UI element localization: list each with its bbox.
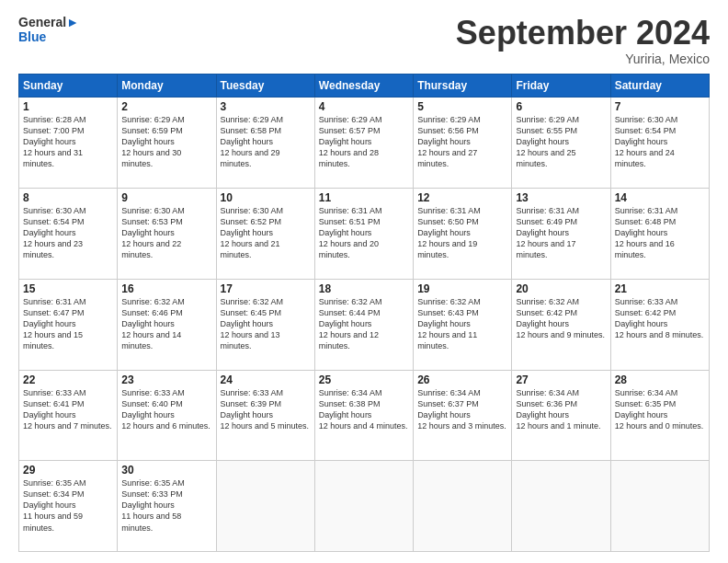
calendar-week-4: 22 Sunrise: 6:33 AMSunset: 6:41 PMDaylig… bbox=[19, 370, 710, 460]
day-number: 2 bbox=[121, 100, 211, 113]
page: General► Blue September 2024 Yuriria, Me… bbox=[0, 0, 728, 563]
calendar-cell: 6 Sunrise: 6:29 AMSunset: 6:55 PMDayligh… bbox=[512, 97, 610, 188]
calendar-cell bbox=[512, 460, 610, 551]
calendar-cell: 28 Sunrise: 6:34 AMSunset: 6:35 PMDaylig… bbox=[610, 370, 709, 460]
day-info: Sunrise: 6:32 AMSunset: 6:44 PMDaylight … bbox=[319, 296, 409, 352]
day-info: Sunrise: 6:31 AMSunset: 6:50 PMDaylight … bbox=[417, 205, 507, 261]
day-info: Sunrise: 6:31 AMSunset: 6:51 PMDaylight … bbox=[319, 205, 409, 261]
col-sunday: Sunday bbox=[19, 74, 118, 97]
day-number: 21 bbox=[615, 282, 705, 295]
col-friday: Friday bbox=[512, 74, 610, 97]
day-info: Sunrise: 6:33 AMSunset: 6:41 PMDaylight … bbox=[23, 387, 113, 432]
day-info: Sunrise: 6:30 AMSunset: 6:54 PMDaylight … bbox=[23, 205, 113, 261]
day-number: 19 bbox=[417, 282, 507, 295]
day-info: Sunrise: 6:33 AMSunset: 6:42 PMDaylight … bbox=[615, 296, 705, 341]
calendar-cell: 27 Sunrise: 6:34 AMSunset: 6:36 PMDaylig… bbox=[512, 370, 610, 460]
calendar-week-5: 29 Sunrise: 6:35 AMSunset: 6:34 PMDaylig… bbox=[19, 460, 710, 551]
calendar-week-1: 1 Sunrise: 6:28 AMSunset: 7:00 PMDayligh… bbox=[19, 97, 710, 188]
day-number: 10 bbox=[221, 191, 311, 204]
calendar-cell: 26 Sunrise: 6:34 AMSunset: 6:37 PMDaylig… bbox=[414, 370, 512, 460]
calendar-cell: 18 Sunrise: 6:32 AMSunset: 6:44 PMDaylig… bbox=[314, 279, 413, 370]
calendar-cell: 5 Sunrise: 6:29 AMSunset: 6:56 PMDayligh… bbox=[414, 97, 512, 188]
day-info: Sunrise: 6:33 AMSunset: 6:39 PMDaylight … bbox=[221, 387, 311, 432]
calendar-cell: 30 Sunrise: 6:35 AMSunset: 6:33 PMDaylig… bbox=[118, 460, 216, 551]
day-number: 7 bbox=[615, 100, 705, 113]
calendar-cell: 7 Sunrise: 6:30 AMSunset: 6:54 PMDayligh… bbox=[610, 97, 709, 188]
location: Yuriria, Mexico bbox=[456, 52, 710, 66]
day-number: 20 bbox=[516, 282, 606, 295]
header: General► Blue September 2024 Yuriria, Me… bbox=[18, 15, 710, 66]
calendar-cell: 8 Sunrise: 6:30 AMSunset: 6:54 PMDayligh… bbox=[19, 188, 118, 279]
col-monday: Monday bbox=[118, 74, 216, 97]
day-number: 28 bbox=[615, 373, 705, 386]
day-number: 11 bbox=[319, 191, 409, 204]
calendar-cell bbox=[610, 460, 709, 551]
day-info: Sunrise: 6:34 AMSunset: 6:37 PMDaylight … bbox=[417, 387, 507, 432]
calendar-cell bbox=[314, 460, 413, 551]
day-info: Sunrise: 6:31 AMSunset: 6:49 PMDaylight … bbox=[516, 205, 606, 261]
calendar-cell: 23 Sunrise: 6:33 AMSunset: 6:40 PMDaylig… bbox=[118, 370, 216, 460]
calendar-cell: 24 Sunrise: 6:33 AMSunset: 6:39 PMDaylig… bbox=[216, 370, 314, 460]
day-number: 13 bbox=[516, 191, 606, 204]
day-number: 26 bbox=[417, 373, 507, 386]
day-info: Sunrise: 6:29 AMSunset: 6:57 PMDaylight … bbox=[319, 114, 409, 170]
day-number: 30 bbox=[121, 464, 211, 477]
day-number: 4 bbox=[319, 100, 409, 113]
day-number: 8 bbox=[23, 191, 113, 204]
calendar-cell: 4 Sunrise: 6:29 AMSunset: 6:57 PMDayligh… bbox=[314, 97, 413, 188]
day-info: Sunrise: 6:30 AMSunset: 6:53 PMDaylight … bbox=[121, 205, 211, 261]
day-number: 17 bbox=[221, 282, 311, 295]
day-number: 6 bbox=[516, 100, 606, 113]
day-info: Sunrise: 6:29 AMSunset: 6:58 PMDaylight … bbox=[221, 114, 311, 170]
day-number: 3 bbox=[221, 100, 311, 113]
day-number: 15 bbox=[23, 282, 113, 295]
day-info: Sunrise: 6:34 AMSunset: 6:35 PMDaylight … bbox=[615, 387, 705, 432]
col-tuesday: Tuesday bbox=[216, 74, 314, 97]
calendar-cell bbox=[414, 460, 512, 551]
day-number: 14 bbox=[615, 191, 705, 204]
calendar-cell: 12 Sunrise: 6:31 AMSunset: 6:50 PMDaylig… bbox=[414, 188, 512, 279]
calendar-cell: 14 Sunrise: 6:31 AMSunset: 6:48 PMDaylig… bbox=[610, 188, 709, 279]
day-info: Sunrise: 6:29 AMSunset: 6:56 PMDaylight … bbox=[417, 114, 507, 170]
day-info: Sunrise: 6:35 AMSunset: 6:33 PMDaylight … bbox=[121, 477, 211, 534]
col-wednesday: Wednesday bbox=[314, 74, 413, 97]
calendar-cell bbox=[216, 460, 314, 551]
calendar-cell: 21 Sunrise: 6:33 AMSunset: 6:42 PMDaylig… bbox=[610, 279, 709, 370]
day-info: Sunrise: 6:32 AMSunset: 6:42 PMDaylight … bbox=[516, 296, 606, 341]
day-info: Sunrise: 6:33 AMSunset: 6:40 PMDaylight … bbox=[121, 387, 211, 432]
calendar-cell: 1 Sunrise: 6:28 AMSunset: 7:00 PMDayligh… bbox=[19, 97, 118, 188]
calendar-cell: 16 Sunrise: 6:32 AMSunset: 6:46 PMDaylig… bbox=[118, 279, 216, 370]
header-row: Sunday Monday Tuesday Wednesday Thursday… bbox=[19, 74, 710, 97]
day-info: Sunrise: 6:29 AMSunset: 6:55 PMDaylight … bbox=[516, 114, 606, 170]
calendar-cell: 3 Sunrise: 6:29 AMSunset: 6:58 PMDayligh… bbox=[216, 97, 314, 188]
day-number: 29 bbox=[23, 464, 113, 477]
calendar-cell: 19 Sunrise: 6:32 AMSunset: 6:43 PMDaylig… bbox=[414, 279, 512, 370]
day-info: Sunrise: 6:30 AMSunset: 6:52 PMDaylight … bbox=[221, 205, 311, 261]
day-info: Sunrise: 6:34 AMSunset: 6:38 PMDaylight … bbox=[319, 387, 409, 432]
calendar-week-3: 15 Sunrise: 6:31 AMSunset: 6:47 PMDaylig… bbox=[19, 279, 710, 370]
calendar-cell: 11 Sunrise: 6:31 AMSunset: 6:51 PMDaylig… bbox=[314, 188, 413, 279]
day-info: Sunrise: 6:31 AMSunset: 6:48 PMDaylight … bbox=[615, 205, 705, 261]
calendar-cell: 15 Sunrise: 6:31 AMSunset: 6:47 PMDaylig… bbox=[19, 279, 118, 370]
day-info: Sunrise: 6:34 AMSunset: 6:36 PMDaylight … bbox=[516, 387, 606, 432]
col-saturday: Saturday bbox=[610, 74, 709, 97]
day-number: 27 bbox=[516, 373, 606, 386]
day-number: 24 bbox=[221, 373, 311, 386]
day-number: 22 bbox=[23, 373, 113, 386]
calendar-week-2: 8 Sunrise: 6:30 AMSunset: 6:54 PMDayligh… bbox=[19, 188, 710, 279]
day-number: 9 bbox=[121, 191, 211, 204]
title-block: September 2024 Yuriria, Mexico bbox=[456, 15, 710, 66]
calendar-cell: 2 Sunrise: 6:29 AMSunset: 6:59 PMDayligh… bbox=[118, 97, 216, 188]
day-info: Sunrise: 6:35 AMSunset: 6:34 PMDaylight … bbox=[23, 477, 113, 534]
day-info: Sunrise: 6:32 AMSunset: 6:43 PMDaylight … bbox=[417, 296, 507, 352]
day-number: 25 bbox=[319, 373, 409, 386]
col-thursday: Thursday bbox=[414, 74, 512, 97]
day-number: 16 bbox=[121, 282, 211, 295]
day-number: 12 bbox=[417, 191, 507, 204]
day-number: 1 bbox=[23, 100, 113, 113]
day-info: Sunrise: 6:29 AMSunset: 6:59 PMDaylight … bbox=[121, 114, 211, 170]
calendar-cell: 22 Sunrise: 6:33 AMSunset: 6:41 PMDaylig… bbox=[19, 370, 118, 460]
calendar-cell: 17 Sunrise: 6:32 AMSunset: 6:45 PMDaylig… bbox=[216, 279, 314, 370]
day-info: Sunrise: 6:28 AMSunset: 7:00 PMDaylight … bbox=[23, 114, 113, 170]
calendar-cell: 20 Sunrise: 6:32 AMSunset: 6:42 PMDaylig… bbox=[512, 279, 610, 370]
